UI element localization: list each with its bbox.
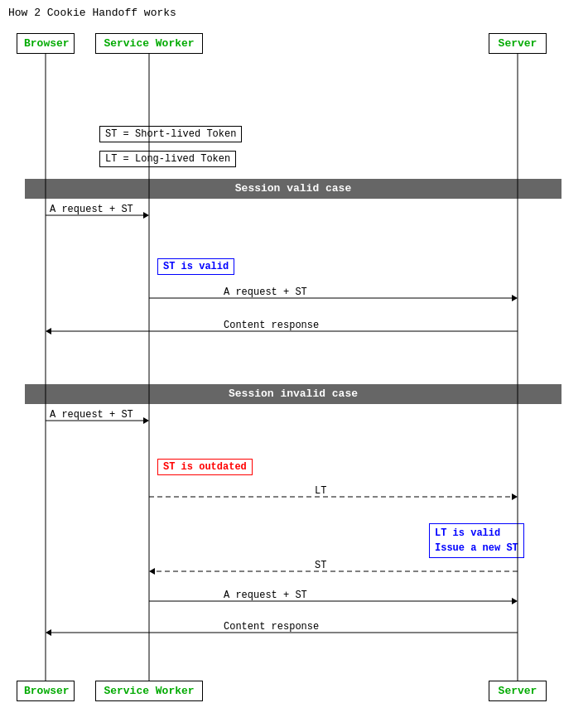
label-request-st-4: A request + ST xyxy=(224,590,307,601)
svg-marker-14 xyxy=(149,568,155,575)
label-content-response-1: Content response xyxy=(224,320,319,331)
label-request-st-2: A request + ST xyxy=(224,286,307,298)
svg-marker-10 xyxy=(143,417,149,424)
svg-marker-8 xyxy=(46,328,51,335)
label-content-response-2: Content response xyxy=(224,621,319,633)
annotation-st-outdated: ST is outdated xyxy=(157,459,253,475)
annotation-st-valid: ST is valid xyxy=(157,258,234,275)
annotation-lt-valid: LT is validIssue a new ST xyxy=(429,523,524,558)
diagram-title: How 2 Cookie Handoff works xyxy=(8,7,176,19)
svg-marker-6 xyxy=(512,295,518,301)
actor-service-worker-bottom: Service Worker xyxy=(95,681,203,701)
label-request-st-3: A request + ST xyxy=(50,409,133,421)
diagram-container: How 2 Cookie Handoff works Browser Servi… xyxy=(0,0,588,722)
svg-marker-12 xyxy=(512,493,518,500)
actor-server-bottom: Server xyxy=(489,681,547,701)
label-request-st-1: A request + ST xyxy=(50,204,133,215)
def-st: ST = Short-lived Token xyxy=(99,126,242,142)
actor-browser-top: Browser xyxy=(17,33,75,54)
section-invalid: Session invalid case xyxy=(25,384,561,404)
actor-server-top: Server xyxy=(489,33,547,54)
actor-browser-bottom: Browser xyxy=(17,681,75,701)
diagram-svg xyxy=(0,0,588,722)
section-valid: Session valid case xyxy=(25,179,561,199)
svg-marker-4 xyxy=(143,212,149,219)
svg-marker-16 xyxy=(512,598,518,604)
label-lt: LT xyxy=(315,485,326,497)
label-st: ST xyxy=(315,560,326,571)
def-lt: LT = Long-lived Token xyxy=(99,151,236,167)
svg-marker-18 xyxy=(46,629,51,636)
actor-service-worker-top: Service Worker xyxy=(95,33,203,54)
